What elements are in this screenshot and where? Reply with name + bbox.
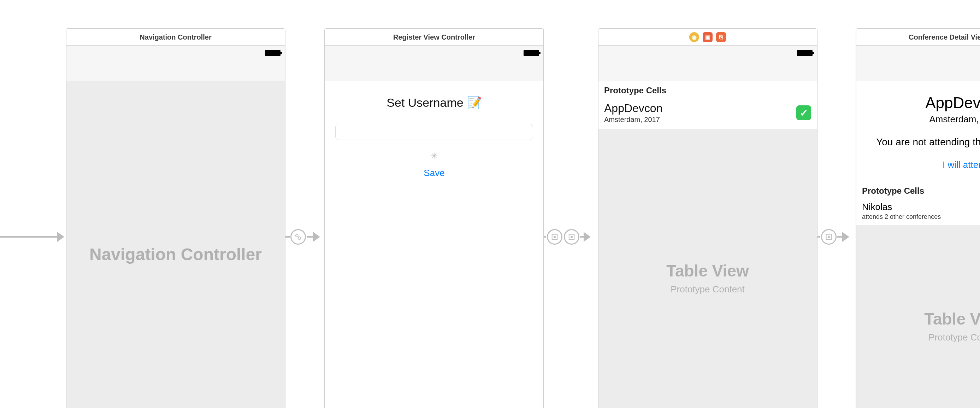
scene-body[interactable]: AppDevcon Amsterdam, 2017 You are not at… — [856, 81, 980, 408]
ib-first-responder-icon: ◉ — [689, 32, 699, 42]
table-view-label: Table View — [924, 309, 980, 328]
attendee-name-label: Nikolas — [862, 201, 980, 212]
heading-text: Set Username — [387, 96, 463, 110]
attendance-status-label: You are not attending this conference 😔 — [865, 135, 980, 149]
ib-exit-icon: ▣ — [703, 32, 713, 42]
scene-title: Navigation Controller — [67, 29, 285, 46]
set-username-heading: Set Username 📝 — [387, 96, 482, 110]
prototype-content-label: Prototype Content — [928, 332, 980, 343]
scene-conference-list[interactable]: ◉ ▣ ⎘ Prototype Cells AppDevcon Amsterda… — [598, 28, 818, 408]
table-view-label: Table View — [666, 261, 749, 280]
navigation-bar — [598, 60, 817, 81]
scene-title: Conference Detail View Controller — [856, 29, 980, 46]
scene-register-view-controller[interactable]: Register View Controller Set Username 📝 … — [324, 28, 544, 408]
relationship-segue-icon — [290, 229, 306, 245]
status-bar — [325, 46, 543, 60]
table-view-placeholder[interactable]: Table View Prototype Content — [856, 225, 980, 408]
conference-name-label: AppDevcon — [865, 94, 980, 112]
segue-show-detail[interactable] — [818, 230, 856, 244]
prototype-cells-header: Prototype Cells — [598, 81, 817, 99]
navigation-bar — [856, 60, 980, 81]
navigation-bar — [325, 60, 543, 81]
svg-rect-6 — [571, 236, 573, 238]
scene-body[interactable]: Prototype Cells AppDevcon Amsterdam, 201… — [598, 81, 817, 408]
svg-point-0 — [296, 234, 298, 237]
conference-subtitle-label: Amsterdam, 2017 — [604, 116, 796, 124]
show-segue-icon — [547, 229, 562, 245]
attend-button[interactable]: I will attend — [865, 159, 980, 171]
battery-icon — [265, 50, 280, 56]
scene-title: Register View Controller — [325, 29, 543, 46]
show-segue-icon — [564, 229, 579, 245]
prototype-content-label: Prototype Content — [671, 284, 745, 295]
prototype-cells-header: Prototype Cells — [856, 179, 980, 199]
pencil-icon: 📝 — [467, 96, 482, 110]
navigation-bar — [67, 60, 285, 81]
segue-show-list[interactable] — [544, 230, 598, 244]
conference-name-label: AppDevcon — [604, 102, 796, 115]
svg-line-2 — [298, 236, 299, 237]
conference-subtitle-label: Amsterdam, 2017 — [865, 114, 980, 125]
checkmark-icon: ✓ — [796, 105, 811, 120]
ib-storyboard-reference-icon: ⎘ — [716, 32, 726, 42]
scene-body[interactable]: Set Username 📝 Save — [325, 81, 543, 408]
activity-indicator — [429, 151, 439, 161]
attendee-subtitle-label: attends 2 other conferences — [862, 213, 980, 221]
scene-title-label: Conference Detail View Controller — [908, 33, 980, 41]
entry-segue — [0, 230, 66, 244]
svg-point-1 — [298, 237, 301, 239]
table-view-placeholder[interactable]: Table View Prototype Content — [598, 129, 817, 408]
status-bar — [598, 46, 817, 60]
attendee-cell[interactable]: Nikolas attends 2 other conferences — [856, 199, 980, 225]
scene-title-label: Register View Controller — [393, 33, 475, 41]
svg-rect-4 — [554, 236, 556, 238]
svg-rect-8 — [828, 236, 830, 238]
scene-title-label: Navigation Controller — [140, 33, 211, 41]
username-text-field[interactable] — [335, 124, 533, 140]
conference-cell[interactable]: AppDevcon Amsterdam, 2017 ✓ — [598, 99, 817, 129]
status-bar — [856, 46, 980, 60]
save-button[interactable]: Save — [334, 167, 535, 178]
scene-conference-detail[interactable]: Conference Detail View Controller AppDev… — [856, 28, 980, 408]
battery-icon — [797, 50, 813, 56]
show-segue-icon — [821, 229, 837, 245]
status-bar — [67, 46, 285, 60]
scene-navigation-controller[interactable]: Navigation Controller Navigation Control… — [66, 28, 285, 408]
navigation-controller-placeholder: Navigation Controller — [89, 245, 262, 264]
scene-body[interactable]: Navigation Controller — [67, 81, 285, 408]
scene-title: ◉ ▣ ⎘ — [598, 29, 817, 46]
battery-icon — [523, 50, 539, 56]
segue-root[interactable] — [285, 230, 324, 244]
